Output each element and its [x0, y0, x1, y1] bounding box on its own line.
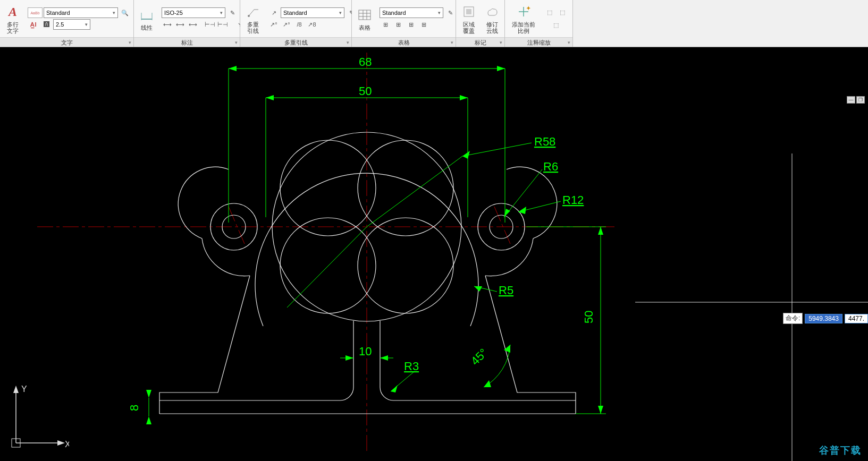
table-btn-1[interactable]: ⊞ — [380, 19, 391, 30]
revcloud-icon — [484, 3, 501, 20]
svg-marker-46 — [146, 416, 151, 424]
panel-dimension: 线性 ISO-25 ✎ ⟷ ⟷ ⟷ ⊢⊣ ⊢⊣ ↘ — [134, 0, 240, 47]
mleader-label: 多重引线 — [245, 21, 262, 34]
dim-btn-3[interactable]: ⟷ — [187, 19, 199, 30]
dim-10: 10 — [359, 345, 372, 358]
panel-annoscale: ✦ 添加当前比例 ⬚ ⬚ ⬚ 注释缩放 — [505, 0, 573, 47]
watermark-text: 谷普下载 — [819, 444, 862, 457]
panel-table: 表格 Standard ✎ ⊞ ⊞ ⊞ ⊞ 表格 — [352, 0, 456, 47]
dim-r12: R12 — [562, 193, 584, 207]
mleader-style-icon: ↗ — [268, 7, 280, 18]
panel-title-dim[interactable]: 标注 — [134, 37, 240, 47]
svg-marker-65 — [504, 345, 510, 353]
text-style-preview-icon: AaBb — [28, 7, 43, 18]
ribbon-toolbar: A 多行 文字 AaBb Standard 🔍 A̲I 🅰 2.5 — [0, 0, 868, 47]
svg-marker-37 — [460, 95, 468, 100]
anno-btn-1[interactable]: ⬚ — [544, 7, 555, 18]
dim-8: 8 — [128, 405, 141, 411]
table-btn-4[interactable]: ⊞ — [418, 19, 429, 30]
mleader-style-select[interactable]: Standard — [281, 7, 344, 18]
anno-btn-2[interactable]: ⬚ — [557, 7, 568, 18]
mtext-icon: A — [4, 3, 21, 20]
wipeout-button[interactable]: 区域覆盖 — [458, 1, 479, 36]
dim-r5: R5 — [499, 284, 513, 297]
dim-btn-2[interactable]: ⟷ — [174, 19, 186, 30]
find-text-button[interactable]: 🔍 — [119, 7, 131, 18]
svg-rect-10 — [466, 9, 471, 14]
svg-line-62 — [367, 156, 462, 227]
svg-marker-61 — [391, 385, 398, 392]
mtext-button[interactable]: A 多行 文字 — [2, 1, 23, 36]
dim-r3: R3 — [404, 360, 419, 373]
dim-btn-4[interactable]: ⊢⊣ — [204, 19, 216, 30]
dim-linear-button[interactable]: 线性 — [136, 1, 157, 36]
coord-x-field[interactable]: 5949.3843 — [805, 314, 842, 323]
svg-marker-64 — [484, 380, 491, 387]
svg-marker-45 — [146, 390, 151, 398]
revcloud-button[interactable]: 修订 云线 — [482, 1, 503, 36]
dim-a45: 45° — [468, 346, 490, 368]
mleader-btn-3[interactable]: /8 — [293, 19, 305, 30]
command-label: 命令: — [783, 313, 803, 324]
wipeout-icon — [460, 3, 477, 20]
mleader-button[interactable]: 多重引线 — [242, 1, 264, 36]
svg-marker-57 — [518, 207, 526, 214]
dim-style-select[interactable]: ISO-25 — [162, 7, 225, 18]
svg-point-19 — [280, 140, 376, 236]
panel-markup: 区域覆盖 修订 云线 标记 — [456, 0, 505, 47]
drawing-canvas[interactable]: — ❐ — [0, 47, 868, 461]
panel-title-table[interactable]: 表格 — [352, 37, 456, 47]
dim-50: 50 — [359, 84, 372, 98]
text-height-select[interactable]: 2.5 — [53, 19, 90, 30]
coord-y-field[interactable]: 4477. — [845, 314, 868, 323]
dim-btn-1[interactable]: ⟷ — [162, 19, 173, 30]
table-style-value: Standard — [382, 10, 406, 16]
panel-title-text[interactable]: 文字 — [0, 37, 133, 47]
cad-drawing: 68 50 10 8 50 — [0, 47, 868, 461]
panel-title-markup[interactable]: 标记 — [456, 37, 504, 47]
svg-point-3 — [248, 15, 250, 17]
table-button[interactable]: 表格 — [354, 1, 375, 36]
dim-style-value: ISO-25 — [164, 10, 183, 16]
svg-marker-42 — [345, 355, 353, 361]
dim-btn-5[interactable]: ⊢⊣ — [217, 19, 229, 30]
text-height-adjust-icon: 🅰 — [40, 19, 52, 30]
dynamic-input: 命令: 5949.3843 4477. — [783, 313, 868, 324]
svg-point-20 — [358, 140, 453, 236]
dim-linear-icon — [138, 6, 155, 23]
mtext-label: 多行 文字 — [7, 21, 19, 34]
dim-r58: R58 — [534, 135, 555, 148]
svg-line-52 — [462, 143, 532, 156]
table-btn-2[interactable]: ⊞ — [392, 19, 404, 30]
dim-68: 68 — [359, 55, 372, 69]
svg-marker-43 — [380, 355, 388, 361]
svg-line-63 — [287, 227, 367, 308]
svg-marker-31 — [229, 66, 237, 71]
mleader-btn-2[interactable]: ↗° — [281, 19, 292, 30]
revcloud-label: 修订 云线 — [486, 21, 498, 34]
svg-text:✦: ✦ — [526, 5, 530, 11]
svg-point-22 — [358, 218, 453, 313]
svg-marker-36 — [266, 95, 274, 100]
panel-mleader: 多重引线 ↗ Standard ✎ ↗° ↗° /8 ↗8 多重引线 — [240, 0, 352, 47]
svg-marker-32 — [497, 66, 505, 71]
mleader-style-value: Standard — [283, 10, 307, 16]
panel-title-mleader[interactable]: 多重引线 — [240, 37, 351, 47]
text-height-icon: A̲I — [28, 19, 39, 30]
text-style-value: Standard — [46, 10, 70, 16]
table-edit-button[interactable]: ✎ — [444, 7, 456, 18]
table-style-select[interactable]: Standard — [380, 7, 443, 18]
panel-title-annoscale[interactable]: 注释缩放 — [505, 37, 572, 47]
dim-r6: R6 — [543, 160, 558, 173]
add-scale-button[interactable]: ✦ 添加当前比例 — [507, 1, 540, 36]
anno-btn-3[interactable]: ⬚ — [550, 20, 562, 30]
dim-50v: 50 — [582, 311, 595, 323]
text-style-select[interactable]: Standard — [44, 7, 118, 18]
table-icon — [356, 6, 373, 23]
mleader-btn-1[interactable]: ↗° — [268, 19, 280, 30]
dim-update-button[interactable]: ✎ — [226, 7, 238, 18]
mleader-btn-4[interactable]: ↗8 — [306, 19, 318, 30]
text-height-value: 2.5 — [56, 21, 64, 28]
table-btn-3[interactable]: ⊞ — [405, 19, 417, 30]
svg-marker-49 — [598, 406, 603, 414]
